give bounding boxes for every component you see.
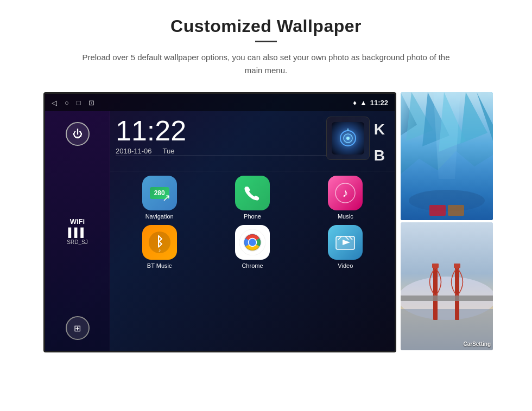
- svg-point-12: [249, 239, 256, 246]
- btmusic-svg: ᛒ ♪: [148, 231, 171, 254]
- home-button[interactable]: ○: [65, 99, 69, 107]
- wallpaper-thumb-top[interactable]: [401, 92, 493, 220]
- svg-rect-33: [455, 266, 459, 320]
- chrome-icon: [235, 225, 270, 260]
- device-wrapper: ◁ ○ □ ⊡ ♦ ▲ 11:22 ⏻ WiFi ▌▌: [43, 92, 489, 352]
- top-shortcuts: K B: [370, 117, 389, 169]
- video-label: Video: [338, 262, 353, 269]
- svg-rect-32: [433, 266, 438, 320]
- ice-cave-image: [401, 92, 493, 220]
- btmusic-icon: ᛒ ♪: [142, 225, 177, 260]
- btmusic-label: BT Music: [147, 262, 172, 269]
- chrome-svg: [239, 229, 265, 255]
- apps-area: 280 ↗ Navigation: [110, 171, 395, 279]
- phone-icon: [235, 176, 270, 210]
- clock-date-value: 2018-11-06: [116, 147, 152, 155]
- music-svg: ♪: [334, 182, 356, 204]
- page-subtitle: Preload over 5 default wallpaper options…: [76, 51, 456, 77]
- status-time: 11:22: [370, 99, 388, 107]
- app-navigation[interactable]: 280 ↗ Navigation: [138, 176, 181, 220]
- svg-rect-35: [454, 264, 460, 268]
- wifi-icon: ▲: [360, 99, 367, 107]
- clock-day: Tue: [163, 147, 175, 155]
- radio-inner: [332, 122, 364, 155]
- app-music[interactable]: ♪ Music: [324, 176, 367, 220]
- left-sidebar: ⏻ WiFi ▌▌▌ SRD_SJ ⊞: [45, 111, 110, 351]
- photo-button[interactable]: ⊡: [88, 99, 94, 107]
- apps-row-1: 280 ↗ Navigation: [116, 176, 389, 220]
- app-phone[interactable]: Phone: [231, 176, 274, 220]
- screen-content: ⏻ WiFi ▌▌▌ SRD_SJ ⊞ 11:22: [45, 111, 395, 351]
- music-label: Music: [338, 213, 353, 220]
- svg-text:ᛒ: ᛒ: [156, 234, 163, 249]
- radio-widget[interactable]: [326, 117, 370, 160]
- clock-time: 11:22: [116, 117, 326, 145]
- carsetting-label: CarSetting: [463, 341, 491, 347]
- chrome-label: Chrome: [242, 262, 263, 269]
- wallpaper-thumb-bottom[interactable]: CarSetting: [401, 222, 493, 350]
- clock-widget: 11:22 2018-11-06 Tue: [116, 117, 326, 156]
- back-button[interactable]: ◁: [52, 99, 57, 107]
- app-video[interactable]: Video: [324, 225, 367, 269]
- page-title: Customized Wallpaper: [170, 16, 362, 36]
- app-btmusic[interactable]: ᛒ ♪ BT Music: [138, 225, 181, 269]
- status-right: ♦ ▲ 11:22: [353, 99, 388, 107]
- wallpaper-previews: CarSetting: [401, 92, 493, 350]
- bridge-scene-image: [401, 222, 493, 350]
- bridge-svg: [401, 222, 493, 350]
- title-divider: [255, 41, 277, 42]
- shortcut-k[interactable]: K: [370, 117, 389, 143]
- svg-text:♪: ♪: [158, 247, 161, 253]
- clock-date: 2018-11-06 Tue: [116, 147, 326, 155]
- location-icon: ♦: [353, 99, 357, 107]
- power-button[interactable]: ⏻: [66, 122, 90, 146]
- music-icon: ♪: [328, 176, 363, 210]
- wifi-bars: ▌▌▌: [67, 228, 87, 237]
- navigation-label: Navigation: [145, 213, 174, 220]
- android-screen: ◁ ○ □ ⊡ ♦ ▲ 11:22 ⏻ WiFi ▌▌: [43, 92, 396, 352]
- wifi-ssid: SRD_SJ: [67, 239, 87, 245]
- wifi-label: WiFi: [67, 217, 87, 226]
- video-icon: [328, 225, 363, 260]
- navigation-icon: 280 ↗: [142, 176, 177, 210]
- phone-svg: [243, 183, 262, 203]
- map-arrow: ↗: [162, 192, 170, 204]
- status-bar: ◁ ○ □ ⊡ ♦ ▲ 11:22: [45, 94, 395, 111]
- nav-buttons: ◁ ○ □ ⊡: [52, 99, 94, 107]
- shortcut-b[interactable]: B: [370, 143, 389, 169]
- svg-text:♪: ♪: [343, 186, 349, 200]
- svg-rect-34: [432, 264, 439, 268]
- ice-cave-svg: [401, 92, 493, 220]
- page-container: Customized Wallpaper Preload over 5 defa…: [0, 0, 532, 411]
- recent-button[interactable]: □: [77, 99, 81, 107]
- video-svg: [334, 231, 357, 254]
- phone-label: Phone: [244, 213, 261, 220]
- apps-grid-button[interactable]: ⊞: [66, 316, 90, 340]
- svg-point-2: [346, 137, 350, 140]
- radio-icon: [338, 129, 358, 148]
- svg-rect-36: [401, 296, 493, 301]
- center-content: 11:22 2018-11-06 Tue: [110, 111, 395, 351]
- app-chrome[interactable]: Chrome: [231, 225, 274, 269]
- wifi-info: WiFi ▌▌▌ SRD_SJ: [67, 217, 87, 245]
- apps-row-2: ᛒ ♪ BT Music: [116, 225, 389, 269]
